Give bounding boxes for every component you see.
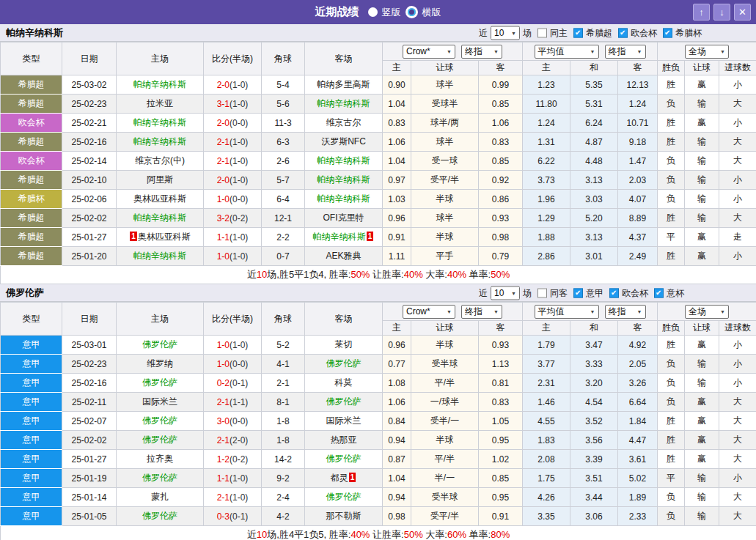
- away-team-name[interactable]: 科莫: [335, 377, 353, 388]
- away-team-name[interactable]: 帕纳辛纳科斯: [313, 232, 366, 242]
- odds-final-select[interactable]: 终指▼: [461, 45, 502, 59]
- result-goals: 小: [719, 190, 756, 209]
- away-team-name[interactable]: 那不勒斯: [326, 511, 362, 521]
- home-team-name[interactable]: 佛罗伦萨: [142, 339, 177, 349]
- home-team-name[interactable]: 阿里斯: [147, 174, 173, 185]
- chevron-down-icon: ▼: [511, 30, 516, 35]
- match-score: 0-3(0-1): [204, 507, 262, 526]
- home-team-name[interactable]: 佛罗伦萨: [142, 473, 177, 483]
- home-team-name[interactable]: 拉齐奥: [147, 454, 173, 464]
- avg-odds-draw: 3.13: [570, 171, 618, 190]
- home-team: 帕纳辛纳科斯: [117, 247, 204, 266]
- close-button[interactable]: ✕: [734, 4, 751, 21]
- avg-select[interactable]: 平均值▼: [535, 45, 599, 59]
- home-team-name[interactable]: 奥林匹亚科斯: [138, 232, 191, 242]
- away-team-name[interactable]: 热那亚: [331, 434, 357, 445]
- handicap-odds-away: 0.99: [479, 75, 523, 95]
- away-team-name[interactable]: OFI克里特: [323, 212, 364, 223]
- odds-company-select-value: Crow*: [406, 46, 430, 56]
- away-team: OFI克里特: [305, 209, 383, 228]
- chevron-down-icon: ▼: [637, 309, 642, 314]
- home-team-name[interactable]: 佛罗伦萨: [142, 377, 177, 388]
- chevron-down-icon: ▼: [590, 309, 595, 314]
- home-team-name[interactable]: 帕纳辛纳科斯: [133, 117, 186, 127]
- result-wdl: 负: [658, 393, 685, 412]
- away-team-name[interactable]: 佛罗伦萨: [326, 454, 362, 464]
- away-team-name[interactable]: AEK雅典: [326, 251, 361, 261]
- away-team-name[interactable]: 帕纳辛纳科斯: [318, 98, 370, 108]
- halftime-score: (2-0): [230, 435, 248, 445]
- home-team-name[interactable]: 佛罗伦萨: [142, 415, 177, 426]
- scroll-up-button[interactable]: ↑: [693, 4, 710, 21]
- home-team-name[interactable]: 帕纳辛纳科斯: [133, 251, 186, 261]
- home-team-name[interactable]: 维罗纳: [147, 358, 173, 369]
- avg-final-select[interactable]: 终指▼: [605, 45, 646, 59]
- league-badge: 希腊超: [1, 75, 62, 95]
- odds-company-select[interactable]: Crow*▼: [403, 45, 455, 59]
- match-row: 希腊超25-02-16帕纳辛纳科斯2-1(1-0)6-3沃罗斯NFC1.06球半…: [1, 133, 756, 152]
- league-filter-checkbox[interactable]: [609, 288, 619, 297]
- summary-single-rate: 80%: [491, 529, 510, 540]
- result-goals: 大: [719, 393, 756, 412]
- chevron-down-icon: ▼: [720, 49, 725, 54]
- recent-count-select[interactable]: 10▼: [491, 286, 520, 300]
- summary-handicap-label: 让胜率:: [370, 269, 403, 280]
- away-team-name[interactable]: 沃罗斯NFC: [321, 136, 366, 147]
- avg-odds-home: 1.23: [523, 75, 570, 95]
- home-team-name[interactable]: 帕纳辛纳科斯: [133, 79, 186, 89]
- league-filter-checkbox[interactable]: [618, 28, 628, 37]
- home-team-name[interactable]: 奥林匹亚科斯: [133, 193, 186, 204]
- odds-company-select[interactable]: Crow*▼: [403, 305, 455, 319]
- home-team-name[interactable]: 佛罗伦萨: [142, 511, 177, 521]
- home-team-name[interactable]: 佛罗伦萨: [142, 434, 177, 445]
- column-header: 类型: [1, 42, 62, 75]
- home-team-name[interactable]: 帕纳辛纳科斯: [133, 136, 186, 147]
- home-team-name[interactable]: 帕纳辛纳科斯: [133, 212, 186, 223]
- radio-horizontal[interactable]: [405, 6, 418, 18]
- away-team-name[interactable]: 帕纳多里高斯: [318, 79, 370, 89]
- away-team-name[interactable]: 维京古尔: [326, 117, 362, 127]
- halftime-score: (1-0): [230, 492, 248, 503]
- avg-odds-home: 11.80: [523, 95, 570, 114]
- halftime-score: (0-2): [230, 213, 248, 223]
- avg-odds-home: 1.29: [523, 209, 570, 228]
- away-team-name[interactable]: 莱切: [335, 339, 353, 349]
- avg-select[interactable]: 平均值▼: [535, 305, 599, 319]
- match-date: 25-02-16: [62, 374, 117, 393]
- league-filter-checkbox[interactable]: [573, 288, 583, 297]
- result-handicap: 赢: [685, 393, 719, 412]
- away-team-name[interactable]: 佛罗伦萨: [326, 396, 362, 407]
- away-team-name[interactable]: 佛罗伦萨: [326, 358, 362, 369]
- same-venue-checkbox[interactable]: [537, 288, 547, 297]
- away-team-name[interactable]: 帕纳辛纳科斯: [318, 155, 370, 166]
- avg-final-select[interactable]: 终指▼: [605, 305, 646, 319]
- recent-count-select[interactable]: 10▼: [491, 26, 520, 40]
- away-team-name[interactable]: 帕纳辛纳科斯: [318, 193, 370, 204]
- league-filter-checkbox[interactable]: [654, 288, 664, 297]
- scroll-down-button[interactable]: ↓: [713, 4, 730, 21]
- match-row: 意甲25-01-27拉齐奥1-2(0-2)14-2佛罗伦萨0.87平/半1.02…: [1, 450, 756, 469]
- avg-final-select-value: 终指: [609, 45, 626, 58]
- halftime-score: (1-0): [230, 99, 248, 109]
- radio-vertical[interactable]: [368, 7, 378, 17]
- corners-count: 8-1: [262, 393, 305, 412]
- result-goals: 大: [719, 95, 756, 114]
- scope-select[interactable]: 全场▼: [685, 45, 729, 59]
- match-date: 25-02-07: [62, 412, 117, 431]
- away-team-name[interactable]: 帕纳辛纳科斯: [318, 174, 370, 185]
- odds-final-select[interactable]: 终指▼: [461, 305, 502, 319]
- scope-select[interactable]: 全场▼: [685, 305, 729, 319]
- same-venue-checkbox[interactable]: [537, 28, 547, 37]
- away-team-name[interactable]: 佛罗伦萨: [326, 492, 362, 502]
- home-team-name[interactable]: 维京古尔(中): [135, 155, 185, 166]
- match-row: 意甲25-02-16佛罗伦萨0-2(0-1)2-1科莫1.08平/半0.812.…: [1, 374, 756, 393]
- handicap-odds-away: 0.95: [479, 431, 523, 450]
- league-filter-checkbox[interactable]: [663, 28, 672, 37]
- handicap-odds-home: 0.96: [383, 336, 411, 355]
- home-team-name[interactable]: 拉米亚: [147, 98, 173, 108]
- away-team-name[interactable]: 国际米兰: [326, 415, 362, 426]
- league-filter-checkbox[interactable]: [573, 28, 583, 37]
- home-team-name[interactable]: 国际米兰: [142, 396, 177, 407]
- home-team-name[interactable]: 蒙扎: [151, 492, 169, 502]
- away-team-name[interactable]: 都灵: [331, 473, 348, 483]
